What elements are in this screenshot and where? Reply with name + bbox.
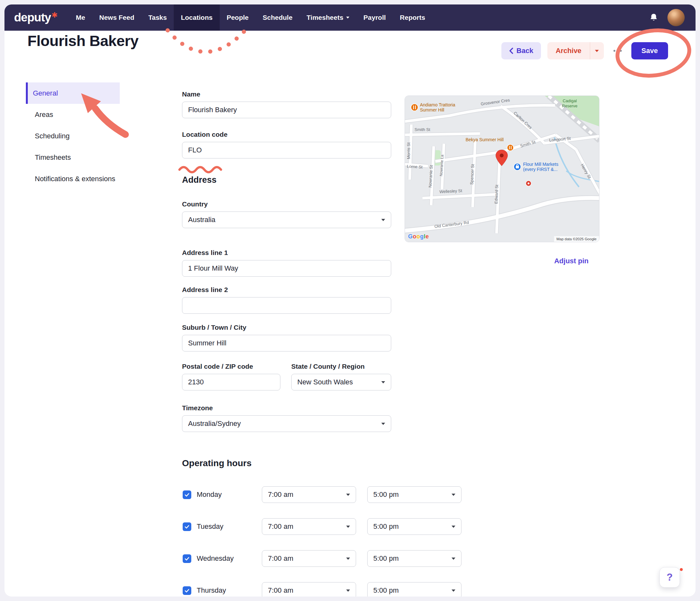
country-select[interactable]: Australia <box>182 212 391 228</box>
deputy-logo[interactable]: deputy ✱ <box>14 11 57 24</box>
wednesday-end-select[interactable]: 5:00 pm <box>367 550 461 567</box>
chevron-down-icon <box>452 557 455 560</box>
park-label: Reserve <box>562 103 577 108</box>
state-label: State / County / Region <box>291 362 391 370</box>
day-label: Thursday <box>197 582 226 597</box>
sidebar-item-notifications-extensions[interactable]: Notifications & extensions <box>26 168 120 190</box>
day-label: Monday <box>197 486 222 503</box>
start-time-value: 7:00 am <box>268 586 294 595</box>
nav-item-timesheets[interactable]: Timesheets <box>300 4 356 31</box>
nav-item-me[interactable]: Me <box>69 4 92 31</box>
app-window: deputy ✱ Me News Feed Tasks Locations Pe… <box>4 4 696 597</box>
user-avatar[interactable] <box>668 9 685 26</box>
page: deputy ✱ Me News Feed Tasks Locations Pe… <box>0 0 700 601</box>
adjust-pin-link[interactable]: Adjust pin <box>405 257 599 265</box>
day-row-monday: Monday 7:00 am 5:00 pm <box>182 486 463 503</box>
sidebar-item-general[interactable]: General <box>26 82 120 104</box>
nav-item-news-feed[interactable]: News Feed <box>92 4 142 31</box>
park-label: Cadigal <box>563 98 577 103</box>
save-button[interactable]: Save <box>631 42 668 59</box>
state-column: State / County / Region New South Wales <box>291 362 391 390</box>
help-notification-dot <box>680 568 683 571</box>
google-letter: o <box>417 233 420 240</box>
monday-end-select[interactable]: 5:00 pm <box>367 486 461 503</box>
thursday-checkbox[interactable] <box>183 586 191 595</box>
start-time-value: 7:00 am <box>268 490 294 499</box>
end-time-value: 5:00 pm <box>373 490 399 499</box>
postal-column: Postal code / ZIP code <box>182 362 280 390</box>
street-label: Edward St <box>494 184 499 204</box>
timezone-label: Timezone <box>182 404 463 412</box>
address-line-1-input[interactable] <box>182 260 391 277</box>
settings-sidebar: General Areas Scheduling Timesheets Noti… <box>26 82 120 190</box>
nav-item-payroll[interactable]: Payroll <box>356 4 393 31</box>
nav-label: Schedule <box>263 14 293 21</box>
name-input[interactable] <box>182 102 391 118</box>
google-letter: g <box>420 233 424 240</box>
start-time-value: 7:00 am <box>268 554 294 563</box>
address-line-1-label: Address line 1 <box>182 248 463 257</box>
timezone-value: Australia/Sydney <box>188 419 241 428</box>
map-canvas: Grosvenor Cres Carlton Cres Smith St Smi… <box>405 96 599 242</box>
sidebar-item-areas[interactable]: Areas <box>26 104 120 125</box>
wednesday-checkbox[interactable] <box>183 554 191 563</box>
tuesday-checkbox[interactable] <box>183 522 191 531</box>
start-time-value: 7:00 am <box>268 522 294 531</box>
restaurant-marker-icon <box>507 144 514 151</box>
chevron-down-icon <box>346 526 350 528</box>
tuesday-end-select[interactable]: 5:00 pm <box>367 518 461 535</box>
postal-code-input[interactable] <box>182 374 280 390</box>
thursday-end-select[interactable]: 5:00 pm <box>367 582 461 597</box>
main-nav: Me News Feed Tasks Locations People Sche… <box>69 4 432 31</box>
page-title: Flourish Bakery <box>27 32 139 50</box>
tuesday-start-select[interactable]: 7:00 am <box>262 518 356 535</box>
suburb-input[interactable] <box>182 335 391 352</box>
address-line-2-input[interactable] <box>182 297 391 314</box>
nav-item-people[interactable]: People <box>220 4 256 31</box>
timezone-select[interactable]: Australia/Sydney <box>182 415 391 432</box>
sidebar-item-timesheets[interactable]: Timesheets <box>26 147 120 168</box>
notifications-bell-icon[interactable] <box>649 13 658 22</box>
location-map[interactable]: Grosvenor Cres Carlton Cres Smith St Smi… <box>405 96 599 242</box>
monday-checkbox[interactable] <box>183 490 191 499</box>
thursday-start-select[interactable]: 7:00 am <box>262 582 356 597</box>
poi-dot-icon <box>526 181 531 186</box>
back-label: Back <box>516 47 533 55</box>
chevron-down-icon <box>346 494 350 496</box>
state-select[interactable]: New South Wales <box>291 374 391 390</box>
end-time-value: 5:00 pm <box>373 586 399 595</box>
country-value: Australia <box>188 216 216 224</box>
chevron-left-icon <box>509 48 513 54</box>
nav-item-locations[interactable]: Locations <box>174 4 219 31</box>
postal-code-label: Postal code / ZIP code <box>182 362 280 370</box>
chevron-down-icon <box>452 590 455 592</box>
chevron-down-icon <box>346 590 350 592</box>
archive-dropdown-button[interactable] <box>590 42 604 59</box>
map-attribution: Map data ©2025 Google <box>554 236 599 242</box>
archive-button[interactable]: Archive <box>547 42 590 59</box>
day-label: Tuesday <box>197 518 224 535</box>
deputy-logo-star-icon: ✱ <box>51 11 57 19</box>
monday-start-select[interactable]: 7:00 am <box>262 486 356 503</box>
save-label: Save <box>642 47 658 55</box>
nav-label: Locations <box>181 14 212 21</box>
wednesday-start-select[interactable]: 7:00 am <box>262 550 356 567</box>
nav-item-schedule[interactable]: Schedule <box>256 4 300 31</box>
nav-item-tasks[interactable]: Tasks <box>141 4 174 31</box>
sidebar-item-scheduling[interactable]: Scheduling <box>26 125 120 147</box>
nav-item-reports[interactable]: Reports <box>393 4 432 31</box>
street-label: Smith St <box>415 127 430 132</box>
help-button[interactable]: ? <box>659 567 680 587</box>
sidebar-label: Notifications & extensions <box>35 175 115 183</box>
chevron-down-icon <box>381 381 385 383</box>
end-time-value: 5:00 pm <box>373 554 399 563</box>
back-button[interactable]: Back <box>501 42 541 59</box>
archive-button-group: Archive <box>547 42 604 59</box>
poi-label: Andiamo Trattoria <box>420 102 455 107</box>
chevron-down-icon <box>346 17 349 19</box>
chevron-down-icon <box>381 219 385 221</box>
chevron-down-icon <box>595 50 599 52</box>
location-code-input[interactable] <box>182 142 391 159</box>
more-actions-button[interactable] <box>610 42 625 59</box>
nav-label: Payroll <box>364 14 386 21</box>
